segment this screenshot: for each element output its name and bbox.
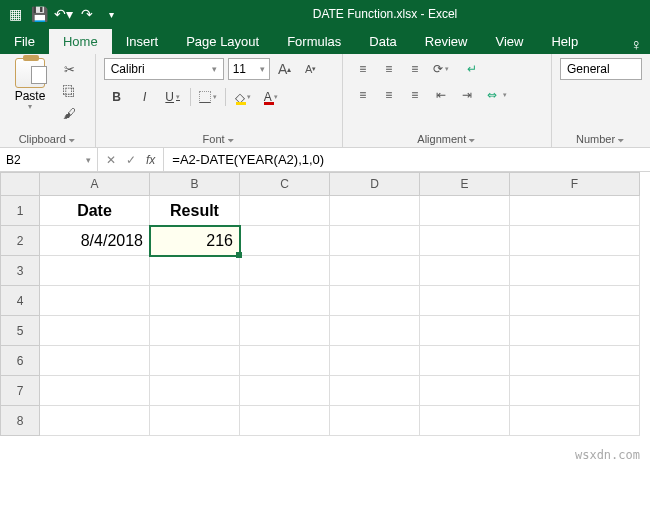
number-format-combo[interactable]: General (560, 58, 642, 80)
wrap-text-button[interactable]: ↵ (461, 58, 483, 80)
cell[interactable] (40, 406, 150, 436)
fx-icon[interactable]: fx (146, 153, 155, 167)
copy-icon[interactable]: ⿻ (58, 82, 80, 100)
cut-icon[interactable]: ✂ (58, 60, 80, 78)
cell[interactable] (510, 376, 640, 406)
cell[interactable] (510, 256, 640, 286)
undo-icon[interactable]: ↶▾ (54, 5, 72, 23)
row-header[interactable]: 1 (0, 196, 40, 226)
save-icon[interactable]: 💾 (30, 5, 48, 23)
cell[interactable] (40, 316, 150, 346)
cell[interactable] (330, 346, 420, 376)
row-header[interactable]: 2 (0, 226, 40, 256)
cell[interactable] (330, 376, 420, 406)
cell[interactable] (510, 406, 640, 436)
tab-formulas[interactable]: Formulas (273, 29, 355, 54)
cell[interactable] (510, 196, 640, 226)
name-box[interactable]: B2 ▾ (0, 148, 98, 171)
cell[interactable] (240, 286, 330, 316)
cell[interactable] (150, 376, 240, 406)
tab-review[interactable]: Review (411, 29, 482, 54)
cell[interactable] (510, 316, 640, 346)
align-right-icon[interactable]: ≡ (403, 84, 427, 106)
row-header[interactable]: 5 (0, 316, 40, 346)
cell[interactable] (240, 406, 330, 436)
col-header[interactable]: E (420, 172, 510, 196)
tab-home[interactable]: Home (49, 29, 112, 54)
italic-button[interactable]: I (132, 86, 158, 108)
cancel-formula-icon[interactable]: ✕ (106, 153, 116, 167)
cell-A1[interactable]: Date (40, 196, 150, 226)
cell[interactable] (150, 346, 240, 376)
align-bottom-icon[interactable]: ≡ (403, 58, 427, 80)
decrease-indent-icon[interactable]: ⇤ (429, 84, 453, 106)
increase-indent-icon[interactable]: ⇥ (455, 84, 479, 106)
cell[interactable] (330, 286, 420, 316)
row-header[interactable]: 7 (0, 376, 40, 406)
cell[interactable] (150, 406, 240, 436)
col-header[interactable]: A (40, 172, 150, 196)
underline-button[interactable]: U (160, 86, 186, 108)
cell[interactable] (240, 376, 330, 406)
cell[interactable] (510, 226, 640, 256)
col-header[interactable]: B (150, 172, 240, 196)
cell[interactable] (420, 286, 510, 316)
bold-button[interactable]: B (104, 86, 130, 108)
cell-A2[interactable]: 8/4/2018 (40, 226, 150, 256)
col-header[interactable]: F (510, 172, 640, 196)
cell[interactable] (420, 316, 510, 346)
format-painter-icon[interactable]: 🖌 (58, 104, 80, 122)
tell-me-icon[interactable]: ♀ (630, 36, 642, 54)
cell[interactable] (240, 226, 330, 256)
select-all-corner[interactable] (0, 172, 40, 196)
cell[interactable] (40, 346, 150, 376)
font-size-combo[interactable]: 11 ▾ (228, 58, 270, 80)
orientation-icon[interactable]: ⟳ (429, 58, 453, 80)
tab-help[interactable]: Help (537, 29, 592, 54)
formula-input[interactable]: =A2-DATE(YEAR(A2),1,0) (164, 148, 650, 171)
align-top-icon[interactable]: ≡ (351, 58, 375, 80)
merge-center-button[interactable]: ⇔ (481, 84, 513, 106)
cell[interactable] (150, 286, 240, 316)
tab-view[interactable]: View (481, 29, 537, 54)
font-family-combo[interactable]: Calibri ▾ (104, 58, 224, 80)
cell[interactable] (510, 346, 640, 376)
tab-insert[interactable]: Insert (112, 29, 173, 54)
cell[interactable] (420, 226, 510, 256)
cell[interactable] (420, 346, 510, 376)
row-header[interactable]: 6 (0, 346, 40, 376)
col-header[interactable]: D (330, 172, 420, 196)
tab-file[interactable]: File (0, 29, 49, 54)
fill-color-button[interactable]: ◇ (230, 86, 256, 108)
row-header[interactable]: 4 (0, 286, 40, 316)
borders-button[interactable] (195, 86, 221, 108)
font-color-button[interactable]: A (258, 86, 284, 108)
enter-formula-icon[interactable]: ✓ (126, 153, 136, 167)
spreadsheet-grid[interactable]: 1 2 3 4 5 6 7 8 A B C D E F Date Result (0, 172, 650, 436)
cell[interactable] (420, 196, 510, 226)
cell[interactable] (240, 256, 330, 286)
cell[interactable] (150, 256, 240, 286)
cell[interactable] (330, 226, 420, 256)
cell[interactable] (330, 406, 420, 436)
increase-font-icon[interactable]: A▴ (274, 58, 296, 80)
cell[interactable] (330, 316, 420, 346)
tab-page-layout[interactable]: Page Layout (172, 29, 273, 54)
cell[interactable] (330, 256, 420, 286)
cell[interactable] (420, 406, 510, 436)
align-middle-icon[interactable]: ≡ (377, 58, 401, 80)
qat-customize-icon[interactable]: ▾ (102, 5, 120, 23)
align-left-icon[interactable]: ≡ (351, 84, 375, 106)
row-header[interactable]: 3 (0, 256, 40, 286)
cell[interactable] (420, 376, 510, 406)
align-center-icon[interactable]: ≡ (377, 84, 401, 106)
cell[interactable] (510, 286, 640, 316)
cell[interactable] (40, 286, 150, 316)
decrease-font-icon[interactable]: A▾ (300, 58, 322, 80)
cell[interactable] (150, 316, 240, 346)
cell[interactable] (240, 196, 330, 226)
cell[interactable] (420, 256, 510, 286)
tab-data[interactable]: Data (355, 29, 410, 54)
cell-B1[interactable]: Result (150, 196, 240, 226)
cell-B2-selected[interactable]: 216 (150, 226, 240, 256)
